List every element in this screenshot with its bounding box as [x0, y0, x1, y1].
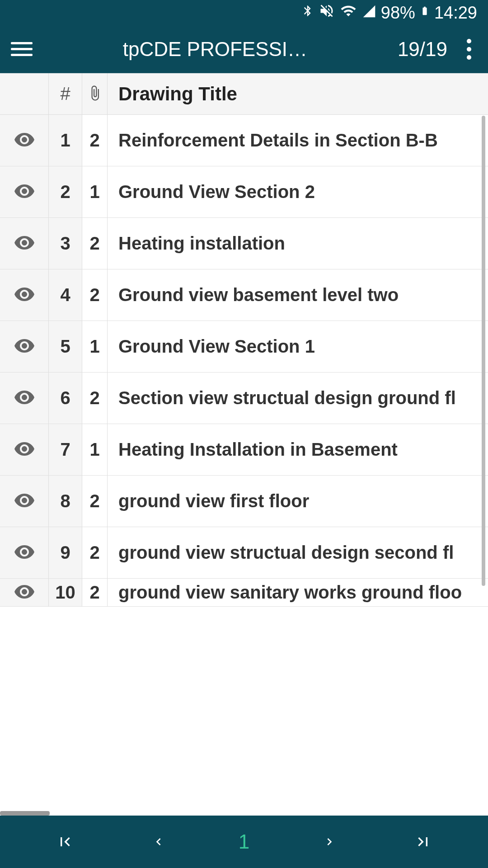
- drawing-title: Section view structual design ground fl: [108, 388, 488, 408]
- row-number: 1: [49, 115, 82, 166]
- battery-percent: 98%: [381, 3, 415, 23]
- last-page-button[interactable]: [409, 828, 436, 855]
- col-header-attach[interactable]: [82, 73, 108, 114]
- table-row[interactable]: 12Reinforcement Details in Section B-B: [0, 115, 488, 166]
- drawing-title: Ground View Section 1: [108, 336, 488, 357]
- drawing-title: ground view sanitary works ground floo: [108, 582, 488, 603]
- drawing-title: Heating Installation in Basement: [108, 439, 488, 460]
- next-page-button[interactable]: [316, 828, 343, 855]
- table-row[interactable]: 82ground view first floor: [0, 476, 488, 527]
- table-row[interactable]: 51Ground View Section 1: [0, 321, 488, 373]
- wifi-icon: [339, 3, 357, 23]
- mute-vibrate-icon: [319, 3, 335, 23]
- eye-icon: [14, 490, 35, 513]
- eye-icon: [14, 581, 35, 604]
- eye-icon: [14, 541, 35, 565]
- bluetooth-icon: [301, 2, 314, 24]
- table-header: # Drawing Title: [0, 73, 488, 115]
- view-button[interactable]: [0, 424, 49, 475]
- view-button[interactable]: [0, 476, 49, 527]
- row-number: 10: [49, 579, 82, 606]
- row-number: 7: [49, 424, 82, 475]
- table-row[interactable]: 92ground view structual design second fl: [0, 527, 488, 579]
- attachment-count: 2: [82, 527, 108, 578]
- table-row[interactable]: 62Section view structual design ground f…: [0, 373, 488, 424]
- drawing-title: Heating installation: [108, 233, 488, 254]
- attachment-count: 2: [82, 218, 108, 269]
- scrollbar-horizontal[interactable]: [0, 811, 50, 816]
- attachment-count: 1: [82, 424, 108, 475]
- app-bar: tpCDE PROFESSI… 19/19: [0, 25, 488, 73]
- row-number: 2: [49, 166, 82, 217]
- drawing-title: ground view first floor: [108, 491, 488, 511]
- first-page-button[interactable]: [52, 828, 79, 855]
- row-number: 4: [49, 269, 82, 321]
- row-number: 3: [49, 218, 82, 269]
- row-number: 8: [49, 476, 82, 527]
- view-button[interactable]: [0, 166, 49, 217]
- view-button[interactable]: [0, 269, 49, 321]
- eye-icon: [14, 180, 35, 204]
- view-button[interactable]: [0, 373, 49, 424]
- attachment-count: 1: [82, 321, 108, 372]
- eye-icon: [14, 232, 35, 255]
- attachment-count: 2: [82, 115, 108, 166]
- drawing-title: Ground view basement level two: [108, 285, 488, 305]
- paperclip-icon: [87, 85, 103, 103]
- table-body[interactable]: 12Reinforcement Details in Section B-B21…: [0, 115, 488, 607]
- signal-icon: [362, 3, 376, 23]
- col-header-num[interactable]: #: [49, 73, 82, 114]
- attachment-count: 2: [82, 579, 108, 606]
- current-page-label[interactable]: 1: [239, 830, 249, 853]
- page-count: 19/19: [398, 38, 447, 61]
- app-title: tpCDE PROFESSI…: [33, 38, 398, 61]
- more-vert-icon[interactable]: [461, 38, 477, 60]
- view-button[interactable]: [0, 527, 49, 578]
- table-row[interactable]: 42Ground view basement level two: [0, 269, 488, 321]
- drawing-title: ground view structual design second fl: [108, 542, 488, 563]
- eye-icon: [14, 438, 35, 462]
- table-row[interactable]: 32Heating installation: [0, 218, 488, 269]
- view-button[interactable]: [0, 321, 49, 372]
- battery-icon: [420, 3, 430, 23]
- view-button[interactable]: [0, 218, 49, 269]
- eye-icon: [14, 129, 35, 152]
- table-row[interactable]: 21Ground View Section 2: [0, 166, 488, 218]
- eye-icon: [14, 335, 35, 359]
- menu-icon[interactable]: [11, 38, 33, 60]
- row-number: 9: [49, 527, 82, 578]
- view-button[interactable]: [0, 579, 49, 606]
- scrollbar-vertical[interactable]: [482, 116, 485, 586]
- table-row[interactable]: 71Heating Installation in Basement: [0, 424, 488, 476]
- eye-icon: [14, 283, 35, 307]
- drawing-title: Reinforcement Details in Section B-B: [108, 130, 488, 151]
- row-number: 5: [49, 321, 82, 372]
- status-bar: 98% 14:29: [0, 0, 488, 25]
- col-header-view[interactable]: [0, 73, 49, 114]
- table-container: # Drawing Title 12Reinforcement Details …: [0, 73, 488, 816]
- table-row[interactable]: 102ground view sanitary works ground flo…: [0, 579, 488, 607]
- attachment-count: 2: [82, 373, 108, 424]
- clock-time: 14:29: [434, 3, 477, 23]
- prev-page-button[interactable]: [145, 828, 172, 855]
- bottom-nav: 1: [0, 816, 488, 868]
- attachment-count: 2: [82, 269, 108, 321]
- drawing-title: Ground View Section 2: [108, 182, 488, 202]
- col-header-title[interactable]: Drawing Title: [108, 83, 488, 105]
- view-button[interactable]: [0, 115, 49, 166]
- status-icons: 98% 14:29: [301, 2, 477, 24]
- eye-icon: [14, 387, 35, 410]
- attachment-count: 1: [82, 166, 108, 217]
- row-number: 6: [49, 373, 82, 424]
- attachment-count: 2: [82, 476, 108, 527]
